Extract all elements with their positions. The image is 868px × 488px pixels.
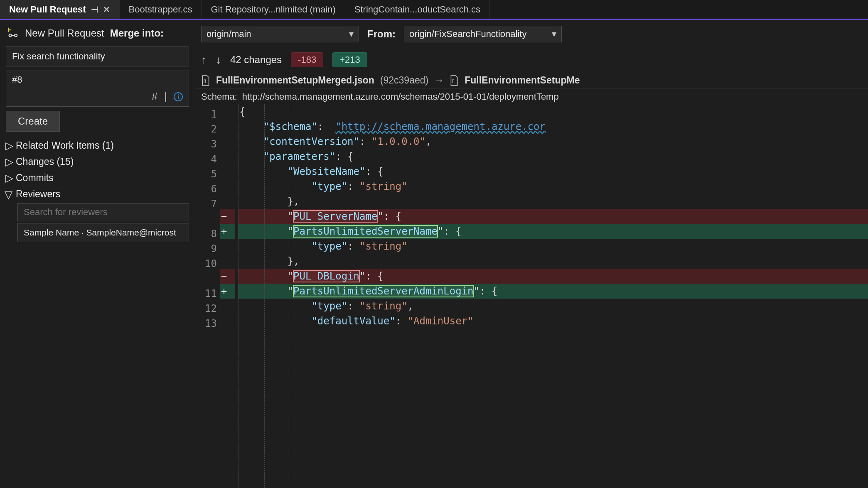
reviewer-chip[interactable]: Sample Name · SampleName@microst: [17, 223, 189, 242]
json-file-icon: {}: [201, 75, 210, 86]
diff-pane: origin/main ▾ From: origin/FixSearchFunc…: [195, 20, 868, 488]
code-body[interactable]: { "$schema": "http://schema.management.a…: [238, 104, 868, 488]
changes-count: 42 changes: [230, 54, 282, 66]
pipe-separator: |: [164, 90, 167, 103]
tab-label: Bootstrapper.cs: [129, 4, 192, 15]
svg-text:{}: {}: [204, 78, 207, 83]
create-button[interactable]: Create: [6, 111, 60, 132]
pin-icon[interactable]: ⊣: [91, 5, 98, 15]
tab-label: Git Repository...nlimited (main): [211, 4, 335, 15]
deletions-badge: -183: [291, 52, 323, 67]
next-change-button[interactable]: ↓: [216, 54, 221, 66]
chevron-down-icon: ▾: [349, 29, 354, 39]
diff-sign-gutter: − + − +: [220, 104, 235, 488]
arrow-right-icon: →: [434, 75, 444, 86]
chevron-down-icon: ▷: [3, 191, 16, 200]
tree-related-work-items[interactable]: ▷ Related Work Items (1): [6, 138, 189, 153]
tab-new-pull-request[interactable]: New Pull Request ⊣ ✕: [0, 0, 120, 19]
info-icon[interactable]: i: [174, 92, 183, 101]
new-pr-icon: [6, 27, 19, 40]
pr-sections-tree: ▷ Related Work Items (1) ▷ Changes (15) …: [6, 136, 189, 242]
prev-change-button[interactable]: ↑: [201, 54, 207, 66]
file-left-hash: (92c39aed): [380, 75, 428, 86]
chevron-right-icon: ▷: [5, 156, 14, 168]
tree-label: Related Work Items (1): [16, 140, 114, 151]
pr-description-input[interactable]: #8 # | i: [6, 71, 189, 107]
tab-git-repository[interactable]: Git Repository...nlimited (main): [202, 0, 345, 19]
tree-label: Reviewers: [16, 189, 60, 200]
from-branch-select[interactable]: origin/FixSearchFunctionality ▾: [404, 26, 562, 42]
chevron-down-icon: ▾: [552, 29, 556, 39]
pr-title-input[interactable]: [6, 47, 189, 66]
tab-strip: New Pull Request ⊣ ✕ Bootstrapper.cs Git…: [0, 0, 868, 20]
from-label: From:: [367, 28, 396, 40]
linked-items-text: #8: [6, 71, 189, 88]
tab-label: New Pull Request: [9, 4, 86, 15]
close-icon[interactable]: ✕: [103, 5, 110, 15]
panel-title: New Pull Request: [25, 27, 104, 39]
file-left-name: FullEnvironmentSetupMerged.json: [216, 75, 374, 86]
json-file-icon: {}: [450, 75, 459, 86]
svg-point-0: [9, 34, 11, 37]
svg-point-1: [15, 34, 17, 37]
branch-name: origin/FixSearchFunctionality: [409, 29, 526, 39]
reviewer-search-input[interactable]: [17, 203, 189, 221]
diff-editor[interactable]: 1 2 3 4 5 6 7 8 💡 9 10 11 12 13: [195, 104, 868, 488]
tree-changes[interactable]: ▷ Changes (15): [6, 154, 189, 169]
tree-commits[interactable]: ▷ Commits: [6, 171, 189, 185]
additions-badge: +213: [332, 52, 367, 67]
merge-into-branch-select[interactable]: origin/main ▾: [201, 26, 359, 42]
pr-form-pane: New Pull Request Merge into: #8 # | i Cr…: [0, 20, 195, 488]
line-number-gutter: 1 2 3 4 5 6 7 8 💡 9 10 11 12 13: [195, 104, 220, 488]
schema-value[interactable]: http://schema.management.azure.com/schem…: [242, 91, 559, 102]
tab-label: StringContain...oductSearch.cs: [354, 4, 480, 15]
tab-bootstrapper[interactable]: Bootstrapper.cs: [120, 0, 202, 19]
tree-label: Commits: [16, 172, 54, 184]
branch-name: origin/main: [207, 29, 251, 39]
hash-icon[interactable]: #: [152, 90, 157, 103]
diff-file-header: {} FullEnvironmentSetupMerged.json (92c3…: [195, 75, 868, 88]
file-right-name: FullEnvironmentSetupMe: [465, 75, 580, 86]
svg-text:{}: {}: [452, 78, 455, 83]
schema-label: Schema:: [201, 91, 237, 102]
tab-stringcontain[interactable]: StringContain...oductSearch.cs: [345, 0, 490, 19]
merge-into-label: Merge into:: [110, 27, 164, 39]
tree-reviewers[interactable]: ▷ Reviewers: [6, 187, 189, 201]
tree-label: Changes (15): [16, 156, 74, 167]
chevron-right-icon: ▷: [5, 140, 14, 152]
chevron-right-icon: ▷: [5, 172, 14, 184]
